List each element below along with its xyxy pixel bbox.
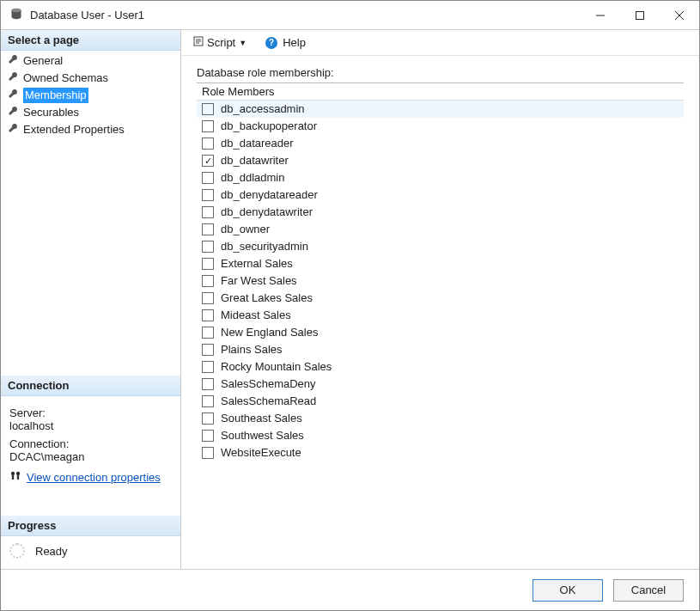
role-checkbox[interactable] <box>202 223 214 235</box>
role-checkbox[interactable] <box>202 172 214 184</box>
role-label: Southwest Sales <box>221 428 304 443</box>
role-label: db_datawriter <box>221 153 289 168</box>
page-item-label: Membership <box>23 88 88 103</box>
cancel-label: Cancel <box>631 584 666 596</box>
svg-point-7 <box>16 472 20 475</box>
role-checkbox[interactable] <box>202 103 214 115</box>
role-row[interactable]: Rocky Mountain Sales <box>197 358 684 376</box>
role-row[interactable]: Great Lakes Sales <box>197 290 684 307</box>
role-label: Mideast Sales <box>221 308 291 323</box>
role-label: External Sales <box>221 256 293 272</box>
select-page-header: Select a page <box>1 30 180 51</box>
role-checkbox[interactable] <box>202 258 214 270</box>
connection-properties-icon <box>9 470 21 485</box>
sidebar: Select a page GeneralOwned SchemasMember… <box>1 30 181 569</box>
role-label: db_datareader <box>221 136 294 151</box>
svg-rect-8 <box>12 475 14 480</box>
role-row[interactable]: Mideast Sales <box>197 307 684 324</box>
connection-header: Connection <box>1 376 180 396</box>
page-item-extended-properties[interactable]: Extended Properties <box>1 121 180 138</box>
role-checkbox[interactable] <box>202 241 214 253</box>
role-label: WebsiteExecute <box>221 445 301 461</box>
role-label: Far West Sales <box>221 273 297 289</box>
role-checkbox[interactable] <box>202 378 214 390</box>
svg-rect-3 <box>636 11 644 19</box>
role-checkbox[interactable] <box>202 447 214 459</box>
role-label: Southeast Sales <box>221 411 302 426</box>
role-row[interactable]: WebsiteExecute <box>197 444 684 461</box>
view-connection-properties-link[interactable]: View connection properties <box>27 471 161 484</box>
role-row[interactable]: External Sales <box>197 255 684 272</box>
role-row[interactable]: SalesSchemaDeny <box>197 376 684 393</box>
role-row[interactable]: Far West Sales <box>197 272 684 290</box>
dialog-footer: OK Cancel <box>1 569 699 610</box>
cancel-button[interactable]: Cancel <box>613 579 684 602</box>
role-row[interactable]: db_owner <box>197 221 684 238</box>
close-button[interactable] <box>660 1 699 29</box>
role-row[interactable]: db_denydatareader <box>197 186 684 204</box>
role-checkbox[interactable] <box>202 189 214 201</box>
progress-status: Ready <box>35 545 68 558</box>
role-label: SalesSchemaDeny <box>221 376 316 392</box>
role-checkbox[interactable] <box>202 361 214 373</box>
progress-spinner-icon <box>9 543 25 559</box>
svg-point-1 <box>12 9 21 12</box>
script-label: Script <box>207 36 235 49</box>
role-checkbox[interactable] <box>202 344 214 356</box>
wrench-icon <box>8 105 18 120</box>
role-row[interactable]: db_backupoperator <box>197 118 684 135</box>
role-checkbox[interactable] <box>202 137 214 150</box>
ok-button[interactable]: OK <box>533 579 603 602</box>
role-row[interactable]: SalesSchemaRead <box>197 393 684 410</box>
page-item-label: General <box>23 53 63 69</box>
svg-point-6 <box>11 472 15 475</box>
wrench-icon <box>8 122 18 137</box>
titlebar: Database User - User1 <box>1 1 699 30</box>
role-checkbox[interactable] <box>202 120 214 132</box>
window-title: Database User - User1 <box>30 9 144 21</box>
role-checkbox[interactable] <box>202 275 214 287</box>
page-item-general[interactable]: General <box>1 52 180 70</box>
role-checkbox[interactable] <box>202 412 214 425</box>
page-item-securables[interactable]: Securables <box>1 104 180 121</box>
database-icon <box>9 7 23 23</box>
toolbar: Script ▼ ? Help <box>181 30 699 56</box>
minimize-button[interactable] <box>581 1 620 29</box>
role-list: Role Members db_accessadmindb_backupoper… <box>197 82 684 461</box>
role-row[interactable]: db_accessadmin <box>197 101 684 118</box>
dialog-window: Database User - User1 Select a page Gene… <box>0 0 700 611</box>
role-membership-label: Database role membership: <box>197 66 684 79</box>
role-checkbox[interactable] <box>202 206 214 218</box>
role-checkbox[interactable] <box>202 309 214 321</box>
role-label: db_backupoperator <box>221 119 317 134</box>
maximize-button[interactable] <box>620 1 660 29</box>
role-row[interactable]: New England Sales <box>197 324 684 341</box>
role-row[interactable]: ✓db_datawriter <box>197 152 684 169</box>
role-label: SalesSchemaRead <box>221 394 316 409</box>
page-item-owned-schemas[interactable]: Owned Schemas <box>1 70 180 87</box>
role-row[interactable]: Southeast Sales <box>197 410 684 427</box>
role-label: New England Sales <box>221 325 318 340</box>
page-list: GeneralOwned SchemasMembershipSecurables… <box>1 51 180 145</box>
role-checkbox[interactable] <box>202 292 214 304</box>
role-checkbox[interactable] <box>202 395 214 407</box>
script-button[interactable]: Script ▼ <box>190 34 250 51</box>
role-checkbox[interactable] <box>202 430 214 442</box>
server-value: localhost <box>9 419 172 432</box>
page-item-membership[interactable]: Membership <box>1 87 180 104</box>
role-label: db_denydatawriter <box>221 205 313 220</box>
role-row[interactable]: Southwest Sales <box>197 427 684 444</box>
help-button[interactable]: ? Help <box>255 34 309 51</box>
role-label: Great Lakes Sales <box>221 290 313 306</box>
role-list-header: Role Members <box>197 83 684 101</box>
role-checkbox[interactable] <box>202 327 214 339</box>
connection-block: Server: localhost Connection: DCAC\meaga… <box>1 396 180 492</box>
role-row[interactable]: Plains Sales <box>197 341 684 358</box>
role-row[interactable]: db_datareader <box>197 135 684 152</box>
role-row[interactable]: db_ddladmin <box>197 169 684 186</box>
role-checkbox[interactable]: ✓ <box>202 155 214 167</box>
role-row[interactable]: db_denydatawriter <box>197 204 684 221</box>
role-row[interactable]: db_securityadmin <box>197 238 684 255</box>
role-label: Rocky Mountain Sales <box>221 359 332 375</box>
role-label: db_securityadmin <box>221 239 308 254</box>
